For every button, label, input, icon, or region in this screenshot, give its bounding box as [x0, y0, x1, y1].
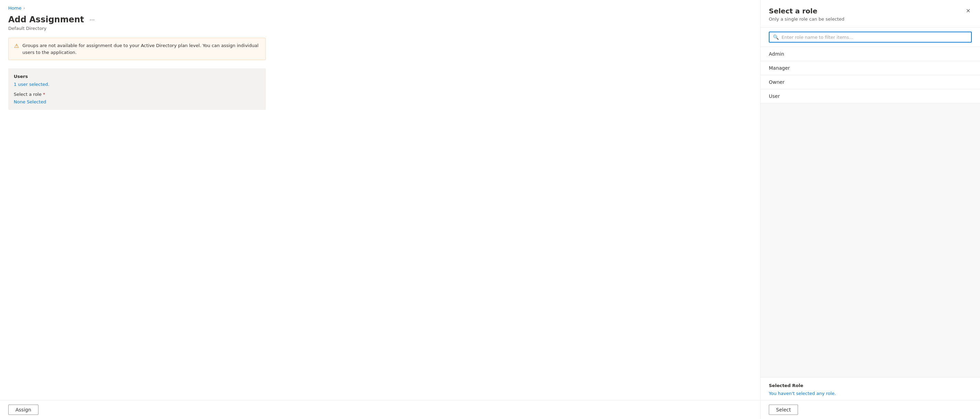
side-panel-subtitle: Only a single role can be selected	[769, 16, 844, 22]
required-star: *	[43, 92, 45, 97]
assign-button[interactable]: Assign	[8, 405, 38, 415]
main-content: Home › Add Assignment ··· Default Direct…	[0, 0, 760, 419]
no-role-text: You haven't selected any role.	[769, 391, 972, 396]
select-button[interactable]: Select	[769, 405, 798, 415]
breadcrumb-home-link[interactable]: Home	[8, 5, 21, 11]
roles-list: AdminManagerOwnerUser	[760, 47, 980, 377]
panel-footer: Select	[760, 400, 980, 419]
side-panel: Select a role Only a single role can be …	[760, 0, 980, 419]
close-button[interactable]: ✕	[964, 7, 972, 15]
role-list-item[interactable]: Admin	[760, 47, 980, 61]
warning-text: Groups are not available for assignment …	[22, 42, 260, 56]
selected-role-section: Selected Role You haven't selected any r…	[760, 377, 980, 400]
side-panel-title: Select a role	[769, 7, 844, 15]
form-section: Users 1 user selected. Select a role * N…	[8, 69, 266, 110]
bottom-bar: Assign	[0, 400, 760, 419]
warning-icon: ⚠	[14, 43, 19, 49]
none-selected-text[interactable]: None Selected	[14, 99, 46, 104]
role-list-item[interactable]: Owner	[760, 75, 980, 89]
page-subtitle: Default Directory	[8, 26, 752, 31]
role-list-item[interactable]: User	[760, 89, 980, 104]
role-search-input[interactable]	[781, 35, 968, 40]
selected-role-label: Selected Role	[769, 383, 972, 388]
search-box: 🔍	[769, 32, 972, 43]
search-icon: 🔍	[773, 34, 779, 40]
warning-banner: ⚠ Groups are not available for assignmen…	[8, 38, 266, 60]
user-selected-link[interactable]: 1 user selected.	[14, 82, 260, 87]
users-label: Users	[14, 74, 260, 79]
search-container: 🔍	[760, 27, 980, 47]
role-list-item[interactable]: Manager	[760, 61, 980, 75]
more-options-button[interactable]: ···	[88, 16, 97, 24]
side-panel-header: Select a role Only a single role can be …	[760, 0, 980, 27]
page-title: Add Assignment	[8, 15, 84, 24]
panel-header-text: Select a role Only a single role can be …	[769, 7, 844, 22]
page-header: Add Assignment ···	[8, 15, 752, 24]
role-label-row: Select a role *	[14, 92, 260, 97]
role-label: Select a role	[14, 92, 41, 97]
breadcrumb-chevron-icon: ›	[23, 6, 25, 10]
breadcrumb: Home ›	[8, 5, 752, 11]
